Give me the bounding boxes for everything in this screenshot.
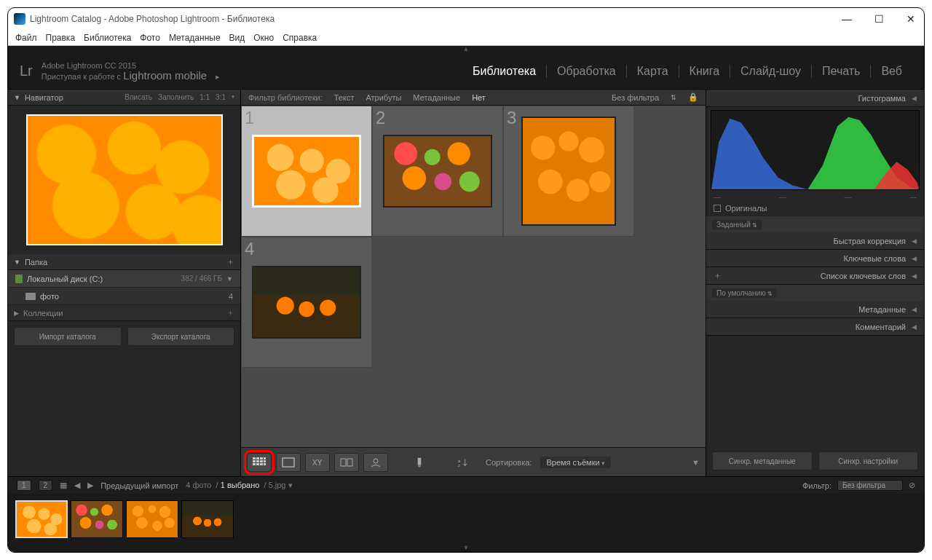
menu-file[interactable]: Файл — [15, 33, 37, 43]
chevron-down-icon: ▼ — [14, 94, 20, 101]
maximize-button[interactable]: ☐ — [872, 13, 886, 25]
nav-fit[interactable]: Вписать — [125, 93, 152, 101]
histogram-header[interactable]: Гистограмма ◀ — [706, 90, 924, 107]
quick-preset-select[interactable]: Заданный — [712, 220, 762, 229]
plus-icon[interactable]: ＋ — [714, 270, 722, 281]
menu-photo[interactable]: Фото — [140, 33, 160, 43]
disk-row[interactable]: Локальный диск (C:) 382 / 466 ГБ ▼ — [8, 270, 240, 288]
module-slideshow[interactable]: Слайд-шоу — [730, 65, 811, 78]
right-panel: Гистограмма ◀ ———— Оригиналы Заданн — [706, 90, 924, 476]
keywords-header[interactable]: Ключевые слова◀ — [706, 250, 924, 267]
lock-icon[interactable]: 🔒 — [688, 92, 698, 102]
sort-select[interactable]: Время съёмки — [540, 457, 611, 468]
svg-rect-17 — [418, 457, 422, 464]
chevron-down-icon[interactable]: ▾ — [232, 93, 234, 101]
nav-31[interactable]: 3:1 — [216, 93, 226, 101]
module-print[interactable]: Печать — [811, 65, 870, 78]
filmstrip-filter-label: Фильтр: — [802, 481, 832, 490]
metadata-header[interactable]: Метаданные◀ — [706, 301, 924, 318]
thumbnail-grid: 1 2 3 4 — [241, 106, 706, 447]
comments-header[interactable]: Комментарий◀ — [706, 318, 924, 336]
filmstrip-thumb[interactable] — [126, 500, 178, 538]
navigator-preview[interactable] — [26, 114, 223, 245]
svg-rect-12 — [283, 458, 294, 467]
svg-rect-8 — [253, 463, 256, 465]
collapse-top-icon[interactable]: ▲ — [8, 46, 924, 53]
svg-rect-0 — [253, 457, 256, 460]
nav-fill[interactable]: Заполнить — [158, 93, 194, 101]
navigator-label: Навигатор — [25, 93, 63, 102]
nav-11[interactable]: 1:1 — [200, 93, 210, 101]
nav-back-icon[interactable]: ◀ — [74, 481, 80, 490]
identity-line2[interactable]: Приступая к работе с Lightroom mobile ▸ — [42, 71, 221, 82]
chevron-down-icon[interactable]: ▼ — [226, 275, 233, 283]
metadata-preset-select[interactable]: По умолчанию — [712, 288, 777, 298]
module-library[interactable]: Библиотека — [462, 65, 546, 78]
menu-edit[interactable]: Правка — [46, 33, 76, 43]
folders-label: Папка — [25, 258, 47, 267]
quick-develop-header[interactable]: Быстрая коррекция◀ — [706, 232, 924, 250]
module-book[interactable]: Книга — [679, 65, 730, 78]
chevron-updown-icon[interactable]: ⇅ — [671, 94, 676, 101]
view-survey-button[interactable] — [334, 453, 359, 472]
originals-toggle[interactable]: Оригиналы — [706, 200, 924, 216]
svg-point-16 — [374, 459, 378, 463]
screen-2-button[interactable]: 2 — [39, 480, 53, 491]
folders-header[interactable]: ▼ Папка — [8, 254, 240, 270]
toolbar-expand-icon[interactable]: ▼ — [692, 458, 700, 467]
filmstrip-thumb[interactable] — [181, 500, 234, 538]
module-develop[interactable]: Обработка — [546, 65, 626, 78]
grid-cell[interactable]: 2 — [372, 106, 503, 237]
svg-rect-3 — [264, 457, 266, 460]
sort-direction-button[interactable]: az — [451, 453, 475, 472]
filter-none[interactable]: Нет — [472, 93, 486, 102]
menu-window[interactable]: Окно — [253, 33, 274, 43]
sync-metadata-button[interactable]: Синхр. метаданные — [712, 451, 813, 470]
source-name[interactable]: Предыдущий импорт — [100, 481, 178, 490]
lr-brand: Lr — [20, 63, 33, 79]
menu-view[interactable]: Вид — [229, 33, 245, 43]
filter-metadata[interactable]: Метаданные — [413, 93, 460, 102]
filter-switch-icon[interactable]: ⊘ — [909, 481, 915, 490]
module-web[interactable]: Веб — [870, 65, 912, 78]
grid-cell[interactable]: 1 — [241, 106, 372, 237]
histogram[interactable] — [711, 110, 920, 190]
filter-text[interactable]: Текст — [334, 93, 355, 102]
filter-attributes[interactable]: Атрибуты — [366, 93, 401, 102]
nav-fwd-icon[interactable]: ▶ — [87, 481, 93, 490]
filmstrip-thumb[interactable] — [71, 500, 123, 538]
menu-help[interactable]: Справка — [283, 33, 317, 43]
collections-header[interactable]: ▶ Коллекции — [8, 305, 240, 321]
view-compare-button[interactable]: XY — [305, 453, 330, 472]
folder-row[interactable]: фото 4 — [8, 288, 240, 305]
view-grid-button[interactable] — [247, 453, 272, 472]
filmstrip-filter-select[interactable]: Без фильтра — [837, 480, 903, 491]
menu-metadata[interactable]: Метаданные — [169, 33, 221, 43]
sort-label: Сортировка: — [486, 458, 532, 467]
keyword-list-header[interactable]: ＋ Список ключевых слов◀ — [706, 267, 924, 285]
module-map[interactable]: Карта — [626, 65, 679, 78]
grid-cell[interactable]: 4 — [241, 237, 372, 368]
cell-index: 4 — [245, 239, 254, 259]
grid-mini-icon[interactable]: ▦ — [60, 481, 67, 490]
grid-cell[interactable]: 3 — [503, 106, 634, 237]
svg-text:z: z — [458, 462, 460, 468]
import-catalog-button[interactable]: Импорт каталога — [14, 327, 122, 346]
minimize-button[interactable]: — — [840, 13, 854, 25]
menu-library[interactable]: Библиотека — [84, 33, 131, 43]
filter-preset[interactable]: Без фильтра — [612, 93, 659, 102]
navigator-header[interactable]: ▼ Навигатор Вписать Заполнить 1:1 3:1 ▾ — [8, 90, 240, 106]
export-catalog-button[interactable]: Экспорт каталога — [127, 327, 235, 346]
collapse-bottom-icon[interactable]: ▼ — [8, 545, 924, 552]
filmstrip-thumb[interactable] — [15, 500, 68, 538]
view-people-button[interactable] — [363, 453, 388, 472]
svg-rect-5 — [256, 460, 259, 462]
close-button[interactable]: ✕ — [904, 13, 918, 25]
view-loupe-button[interactable] — [276, 453, 301, 472]
thumbnail-image — [383, 135, 492, 208]
app-logo-icon — [14, 13, 25, 25]
svg-rect-4 — [253, 460, 256, 462]
sync-settings-button[interactable]: Синхр. настройки — [818, 451, 919, 470]
painter-tool-button[interactable] — [407, 453, 432, 472]
screen-1-button[interactable]: 1 — [17, 480, 31, 491]
